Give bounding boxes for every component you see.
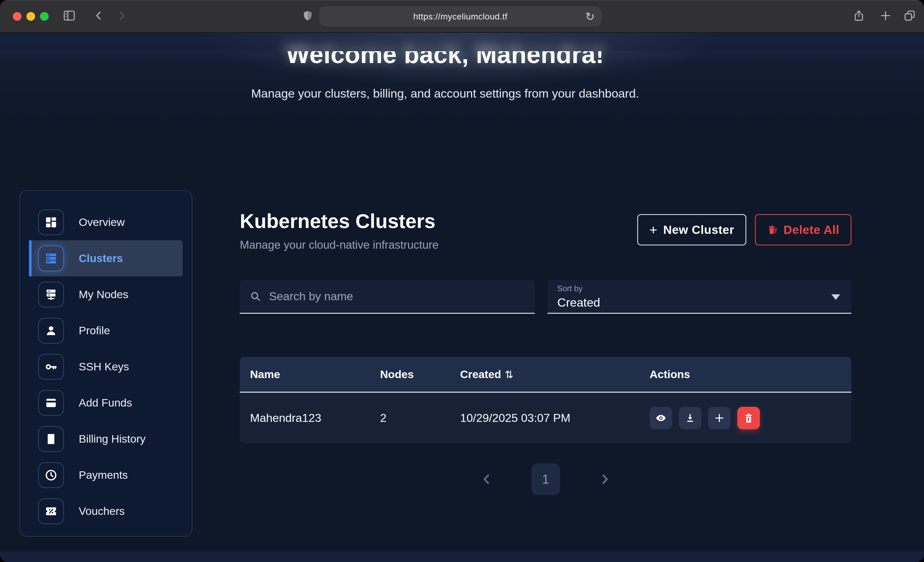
sidebar-item-label: SSH Keys — [79, 360, 129, 373]
cluster-name: Mahendra123 — [250, 411, 380, 425]
new-tab-icon[interactable] — [879, 9, 892, 23]
pagination: 1 — [240, 463, 851, 495]
maximize-window-button[interactable] — [40, 12, 49, 21]
clusters-section: Kubernetes Clusters Manage your cloud-na… — [240, 209, 851, 495]
url-text: https://myceliumcloud.tf — [413, 12, 507, 21]
view-cluster-button[interactable] — [650, 407, 672, 429]
sort-arrows-icon: ⇅ — [505, 369, 513, 380]
dashboard-icon — [38, 209, 64, 235]
clusters-table: Name Nodes Created⇅ Actions Mahendra123 … — [240, 357, 851, 443]
sidebar-item-payments[interactable]: Payments — [29, 457, 183, 493]
address-bar[interactable]: https://myceliumcloud.tf ↻ — [319, 6, 602, 26]
sidebar-item-label: Overview — [79, 216, 124, 229]
sidebar-item-label: Payments — [79, 469, 128, 481]
receipt-icon — [38, 426, 64, 452]
plus-icon: + — [650, 223, 658, 237]
delete-cluster-button[interactable] — [737, 407, 760, 429]
row-actions — [650, 407, 841, 429]
sidebar-item-profile[interactable]: Profile — [29, 312, 183, 348]
dashboard-sidebar: Overview Clusters — [19, 190, 192, 537]
table-row: Mahendra123 2 10/29/2025 03:07 PM — [240, 393, 851, 443]
page-number[interactable]: 1 — [531, 463, 560, 495]
close-window-button[interactable] — [13, 12, 21, 21]
new-cluster-button[interactable]: + New Cluster — [637, 214, 746, 245]
node-rack-icon — [38, 282, 64, 307]
back-icon[interactable] — [93, 10, 105, 22]
forward-icon[interactable] — [116, 10, 128, 22]
sidebar-item-clusters[interactable]: Clusters — [29, 240, 183, 277]
next-page-button[interactable] — [598, 472, 611, 486]
delete-all-label: Delete All — [783, 223, 839, 237]
minimize-window-button[interactable] — [26, 12, 35, 21]
wallet-icon — [38, 390, 64, 416]
sort-label: Sort by — [557, 284, 842, 293]
top-blur-band — [0, 33, 924, 51]
section-subtitle: Manage your cloud-native infrastructure — [240, 239, 438, 251]
sidebar-item-label: Billing History — [79, 433, 146, 445]
bottom-band — [0, 552, 924, 562]
col-name: Name — [250, 368, 380, 381]
download-icon — [684, 413, 696, 424]
hero-section: Welcome back, Mahendra! Manage your clus… — [0, 33, 924, 156]
search-input[interactable] — [269, 290, 525, 303]
cluster-nodes: 2 — [380, 411, 460, 425]
tab-overview-icon[interactable] — [903, 9, 916, 23]
sidebar-item-label: Add Funds — [79, 396, 132, 409]
sidebar-item-add-funds[interactable]: Add Funds — [29, 385, 183, 421]
add-node-button[interactable] — [708, 407, 730, 429]
page-content: Welcome back, Mahendra! Manage your clus… — [0, 33, 924, 562]
shield-icon[interactable] — [302, 9, 314, 23]
sidebar-item-billing-history[interactable]: Billing History — [29, 421, 183, 457]
sidebar-item-label: Vouchers — [79, 505, 124, 517]
clock-icon — [38, 462, 64, 488]
new-cluster-label: New Cluster — [663, 223, 734, 237]
sort-value: Created — [557, 295, 842, 309]
sidebar-item-ssh-keys[interactable]: SSH Keys — [29, 348, 183, 385]
voucher-icon — [38, 498, 64, 524]
sidebar-item-vouchers[interactable]: Vouchers — [29, 493, 183, 529]
download-kubeconfig-button[interactable] — [679, 407, 701, 429]
sidebar-item-label: My Nodes — [79, 288, 129, 301]
trash-icon — [743, 413, 754, 424]
eye-icon — [655, 413, 666, 424]
sidebar-toggle-icon[interactable] — [63, 9, 76, 23]
sort-select[interactable]: Sort by Created — [548, 280, 851, 314]
delete-all-button[interactable]: Delete All — [755, 214, 851, 245]
browser-toolbar: https://myceliumcloud.tf ↻ — [0, 0, 924, 33]
browser-window: https://myceliumcloud.tf ↻ Welcome back,… — [0, 0, 924, 562]
col-nodes: Nodes — [380, 368, 460, 381]
sidebar-item-label: Clusters — [79, 252, 123, 265]
sidebar-item-overview[interactable]: Overview — [29, 204, 183, 240]
sidebar-item-my-nodes[interactable]: My Nodes — [29, 277, 183, 312]
trash-sweep-icon — [767, 224, 778, 235]
search-icon — [249, 290, 261, 302]
sidebar-item-label: Profile — [79, 324, 110, 337]
share-icon[interactable] — [853, 9, 865, 23]
search-box[interactable] — [240, 280, 535, 314]
table-header-row: Name Nodes Created⇅ Actions — [240, 357, 851, 393]
reload-icon[interactable]: ↻ — [585, 10, 595, 23]
person-icon — [38, 318, 64, 344]
welcome-subtitle: Manage your clusters, billing, and accou… — [0, 86, 907, 100]
prev-page-button[interactable] — [480, 472, 494, 486]
section-title: Kubernetes Clusters — [240, 209, 438, 233]
server-stack-icon — [38, 246, 64, 271]
chevron-down-icon — [831, 294, 840, 300]
plus-icon — [714, 413, 725, 424]
col-actions: Actions — [650, 368, 841, 381]
cluster-created: 10/29/2025 03:07 PM — [460, 411, 650, 425]
key-icon — [38, 354, 64, 380]
col-created[interactable]: Created⇅ — [460, 368, 650, 381]
